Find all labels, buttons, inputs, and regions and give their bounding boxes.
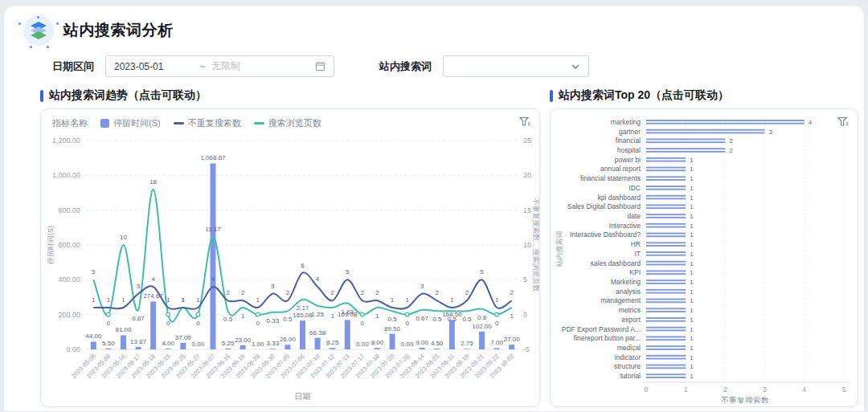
- top20-bar[interactable]: [646, 311, 686, 312]
- trend-bar[interactable]: [330, 348, 335, 349]
- top20-bar[interactable]: [646, 186, 686, 187]
- top20-bar[interactable]: [646, 339, 686, 341]
- trend-bar[interactable]: [464, 349, 469, 349]
- top20-bar[interactable]: [646, 179, 686, 181]
- top20-bar[interactable]: [646, 189, 686, 190]
- top20-bar[interactable]: [646, 301, 686, 303]
- top20-bar[interactable]: [646, 365, 686, 366]
- legend-item-unique-search[interactable]: 不重复搜索数: [174, 117, 241, 129]
- trend-bar[interactable]: [136, 347, 141, 349]
- top20-category-label[interactable]: IT: [634, 250, 641, 258]
- top20-bar[interactable]: [646, 120, 805, 121]
- top20-category-label[interactable]: kpi dashboard: [598, 194, 641, 202]
- trend-bar[interactable]: [300, 320, 305, 349]
- top20-bar[interactable]: [646, 289, 686, 291]
- top20-bar[interactable]: [646, 377, 686, 378]
- top20-bar[interactable]: [646, 308, 686, 309]
- top20-bar[interactable]: [646, 161, 686, 162]
- top20-category-label[interactable]: medical: [617, 344, 641, 352]
- top20-bar[interactable]: [646, 245, 686, 247]
- trend-bar[interactable]: [166, 349, 171, 349]
- top20-bar[interactable]: [646, 345, 686, 347]
- top20-bar[interactable]: [646, 198, 686, 199]
- top20-bar[interactable]: [646, 261, 686, 263]
- top20-category-label[interactable]: Interactive Dashboard?: [570, 230, 641, 239]
- top20-bar[interactable]: [646, 235, 686, 237]
- legend-item-stay-time[interactable]: 停留时间(S): [100, 117, 161, 129]
- top20-category-label[interactable]: export: [621, 316, 641, 324]
- date-range-input[interactable]: 2023-05-01 ~ 无限制: [105, 55, 334, 77]
- top20-bar[interactable]: [646, 283, 686, 284]
- top20-bar[interactable]: [646, 367, 686, 369]
- top20-bar[interactable]: [646, 141, 725, 143]
- top20-category-label[interactable]: PDF Export Password A...: [562, 325, 641, 333]
- trend-bar[interactable]: [225, 349, 231, 349]
- top20-bar[interactable]: [646, 273, 686, 275]
- top20-bar[interactable]: [646, 217, 686, 218]
- top20-bar[interactable]: [646, 138, 725, 140]
- top20-bar[interactable]: [646, 223, 686, 225]
- trend-bar[interactable]: [150, 301, 156, 349]
- top20-bar[interactable]: [646, 214, 686, 215]
- top20-bar[interactable]: [646, 157, 686, 159]
- top20-bar[interactable]: [646, 336, 686, 337]
- trend-bar[interactable]: [434, 349, 440, 349]
- top20-category-label[interactable]: Marketing: [611, 278, 641, 286]
- trend-bar[interactable]: [345, 320, 350, 349]
- trend-bar[interactable]: [240, 345, 246, 349]
- top20-category-label[interactable]: hospital: [617, 146, 641, 154]
- top20-category-label[interactable]: management: [600, 296, 641, 304]
- top20-bar[interactable]: [646, 251, 686, 253]
- calendar-icon[interactable]: [315, 61, 326, 71]
- trend-bar[interactable]: [210, 163, 215, 349]
- top20-category-label[interactable]: finereport button par...: [574, 334, 641, 342]
- top20-category-label[interactable]: power bi: [615, 156, 641, 164]
- top20-category-label[interactable]: marketing: [611, 118, 641, 126]
- trend-bar[interactable]: [270, 349, 276, 349]
- top20-bar[interactable]: [646, 151, 725, 153]
- top20-category-label[interactable]: annual report: [600, 165, 641, 173]
- top20-bar[interactable]: [646, 123, 805, 124]
- top20-bar[interactable]: [646, 355, 686, 357]
- top20-bar[interactable]: [646, 373, 686, 375]
- trend-bar[interactable]: [390, 334, 395, 349]
- top20-bar[interactable]: [646, 327, 686, 328]
- top20-bar[interactable]: [646, 167, 686, 169]
- top20-category-label[interactable]: structure: [614, 362, 641, 370]
- top20-bar[interactable]: [646, 349, 686, 350]
- top20-category-label[interactable]: analysis: [616, 288, 641, 296]
- date-end-placeholder[interactable]: 无限制: [211, 59, 315, 73]
- top20-bar[interactable]: [646, 204, 686, 206]
- top20-category-label[interactable]: HR: [631, 240, 641, 248]
- trend-bar[interactable]: [315, 338, 321, 349]
- trend-bar[interactable]: [91, 341, 96, 349]
- top20-bar[interactable]: [646, 299, 686, 300]
- top20-category-label[interactable]: IDC: [628, 184, 641, 192]
- top20-category-label[interactable]: KPI: [629, 268, 641, 276]
- top20-category-label[interactable]: date: [627, 212, 641, 220]
- top20-chart[interactable]: 012345marketing4gartner3financial2hospit…: [551, 116, 858, 403]
- trend-bar[interactable]: [449, 320, 455, 349]
- trend-bar[interactable]: [494, 348, 500, 349]
- top20-bar[interactable]: [646, 242, 686, 243]
- trend-bar[interactable]: [105, 349, 111, 349]
- top20-bar[interactable]: [646, 226, 686, 228]
- date-start-value[interactable]: 2023-05-01: [114, 61, 199, 72]
- top20-bar[interactable]: [646, 207, 686, 209]
- filter-funnel-icon[interactable]: [837, 116, 849, 127]
- trend-bar[interactable]: [479, 332, 485, 349]
- top20-bar[interactable]: [646, 169, 686, 171]
- top20-category-label[interactable]: metrics: [619, 306, 641, 314]
- trend-line-pageviews[interactable]: [93, 190, 511, 322]
- top20-bar[interactable]: [646, 320, 686, 322]
- trend-bar[interactable]: [375, 348, 380, 349]
- top20-category-label[interactable]: tutorial: [620, 372, 641, 380]
- top20-bar[interactable]: [646, 195, 686, 197]
- trend-bar[interactable]: [180, 343, 186, 349]
- top20-bar[interactable]: [646, 270, 686, 271]
- top20-bar[interactable]: [646, 176, 686, 177]
- top20-bar[interactable]: [646, 233, 686, 235]
- top20-category-label[interactable]: gartner: [619, 128, 641, 136]
- top20-bar[interactable]: [646, 358, 686, 360]
- top20-category-label[interactable]: financial statements: [580, 174, 641, 182]
